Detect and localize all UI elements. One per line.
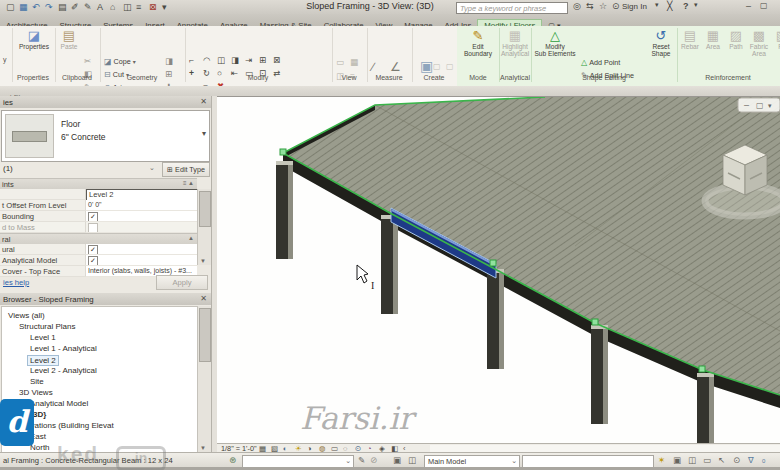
restore-button[interactable]: ▢	[760, 1, 768, 10]
tag-icon[interactable]: ✎	[84, 1, 92, 13]
print-icon[interactable]: ▤	[58, 1, 67, 13]
help-search-input[interactable]: Type a keyword or phrase	[456, 2, 568, 14]
reinforcement-rebar-button[interactable]: ▤Rebar	[679, 28, 701, 50]
property-checkbox[interactable]: ✓	[88, 245, 98, 255]
type-selector[interactable]: Floor 6" Concrete ▾	[1, 110, 210, 162]
help-icon[interactable]: ?	[683, 1, 689, 11]
reinforcement-path-button[interactable]: ▨Path	[725, 28, 747, 50]
reinforcement-fa-button[interactable]: ▧Fa	[771, 28, 780, 50]
secondary-combobox[interactable]	[522, 455, 654, 468]
signin-dropdown-icon[interactable]: ▾	[655, 1, 659, 9]
drawing-area[interactable]: – ▢ ▾ I	[217, 96, 780, 444]
property-checkbox[interactable]: ✓	[88, 212, 98, 222]
property-value[interactable]	[85, 222, 197, 233]
tree-item-site[interactable]: Site	[30, 377, 44, 386]
editable-only-icon[interactable]: ▣	[673, 455, 681, 465]
project-browser-header[interactable]: Browser - Sloped Framing ✕	[0, 293, 211, 305]
panel-label-geometry[interactable]: Geometry	[127, 74, 158, 81]
minimize-button[interactable]: –	[746, 1, 751, 11]
properties-help-link[interactable]: ies help	[3, 278, 29, 287]
editable-icon[interactable]: ✎	[358, 455, 365, 465]
property-value[interactable]: 0' 0"	[85, 200, 197, 211]
property-checkbox[interactable]: ✓	[88, 256, 98, 266]
thin-lines-icon[interactable]: ≡	[136, 1, 141, 13]
tree-item-level-2-analytical[interactable]: Level 2 - Analytical	[30, 366, 97, 375]
worksharing-display-icon[interactable]: ✶	[658, 455, 665, 465]
modify-tool-icon-0-5[interactable]: ⊞	[259, 55, 266, 65]
create-tool-icon-2[interactable]: ▢	[446, 62, 454, 71]
geometry-cut-button[interactable]: ⊟Cut ▾	[104, 70, 129, 79]
shape-add-point-button[interactable]: △Add Point	[581, 58, 620, 67]
measure-tool-icon-1[interactable]: ∠	[390, 60, 401, 74]
active-option-icon[interactable]: ◫	[408, 455, 416, 465]
create-tool-icon-0[interactable]: ▣	[420, 58, 433, 74]
edit-boundary-button[interactable]: ✎ Edit Boundary	[459, 28, 497, 58]
qat-dropdown-icon[interactable]: ▾	[162, 1, 167, 13]
help-dropdown-icon[interactable]: ▾	[694, 1, 698, 9]
panel-label-create[interactable]: Create	[423, 74, 444, 81]
snap-icon[interactable]: ⊙	[733, 455, 740, 465]
browser-close-icon[interactable]: ✕	[200, 294, 207, 303]
properties-close-icon[interactable]: ✕	[200, 97, 207, 106]
clipboard-icon-0[interactable]: ✂	[84, 56, 91, 66]
tree-item-level-2[interactable]: Level 2	[27, 355, 59, 366]
panel-label-modify[interactable]: Modify	[248, 74, 269, 81]
tree-item-structural-plans[interactable]: Structural Plans	[19, 322, 75, 331]
property-value[interactable]: ✓	[85, 255, 197, 266]
geometry-right-icon-1[interactable]: ⊞	[165, 69, 172, 79]
a360-icon[interactable]: ╳	[667, 1, 672, 11]
redo-icon[interactable]: ↷	[45, 1, 53, 13]
reinforcement-fabric-area-button[interactable]: ▩Fabric Area	[748, 28, 770, 58]
requests-icon[interactable]: ⊘	[370, 455, 377, 465]
properties-palette-header[interactable]: ies ✕	[0, 96, 211, 108]
section-icon[interactable]: ◫	[123, 1, 132, 13]
workset-combobox[interactable]: ⌄	[242, 455, 354, 468]
exclude-options-icon[interactable]: ◫	[688, 455, 696, 465]
sign-in-button[interactable]: Sign In	[622, 2, 647, 11]
modify-tool-icon-0-3[interactable]: ◨	[231, 55, 239, 65]
type-selector-dropdown-icon[interactable]: ▾	[202, 129, 206, 138]
modify-tool-icon-0-1[interactable]: ◠	[203, 55, 210, 65]
reset-shape-button[interactable]: ↺ Reset Shape	[646, 28, 676, 58]
geometry-cope-button[interactable]: ◪Cope ▾	[104, 57, 136, 66]
panel-label-reinforcement[interactable]: Reinforcement	[705, 74, 751, 81]
signin-person-icon[interactable]: ⊙	[612, 1, 620, 11]
undo-icon[interactable]: ↶	[32, 1, 40, 13]
favorites-icon[interactable]: ☆	[599, 1, 607, 11]
properties-scrollbar[interactable]: ▼	[197, 189, 211, 265]
property-value[interactable]: ✓	[85, 244, 197, 255]
modify-tool-icon-0-0[interactable]: ⌐	[189, 55, 194, 65]
modify-sub-elements-button[interactable]: △ Modify Sub Elements	[533, 28, 577, 58]
measure-tool-icon-0[interactable]: ∕	[372, 60, 374, 74]
modify-button-sliver[interactable]: y	[3, 56, 7, 63]
modify-tool-icon-0-6[interactable]: ⊠	[273, 55, 280, 65]
create-tool-icon-1[interactable]: ▢	[433, 62, 441, 71]
paste-button[interactable]: ▤ Paste	[57, 28, 81, 50]
properties-palette-button[interactable]: ◪ Properties	[16, 28, 52, 50]
tree-item-analytical-model[interactable]: Analytical Model	[30, 399, 88, 408]
tree-item-level-1[interactable]: Level 1	[30, 333, 56, 342]
view-tool-icon-1[interactable]: ▦	[350, 57, 358, 67]
property-value[interactable]: ✓	[85, 211, 197, 222]
highlight-analytical-button[interactable]: ▦ Highlight Analytical	[500, 28, 530, 58]
exchange-apps-icon[interactable]: ⇆	[586, 1, 594, 11]
view-tool-icon-0[interactable]: ▭	[336, 57, 344, 67]
modify-tool-icon-1-1[interactable]: ↻	[203, 68, 210, 78]
property-checkbox[interactable]	[88, 223, 98, 233]
modify-tool-icon-1-6[interactable]: ⇄	[273, 68, 280, 78]
modify-tool-icon-1-3[interactable]: ⇤	[231, 68, 238, 78]
modify-tool-icon-0-4[interactable]: ⇥	[245, 55, 252, 65]
modify-icon[interactable]: ✐	[71, 1, 79, 13]
edit-type-button[interactable]: ⊞ Edit Type	[162, 162, 210, 177]
save-icon[interactable]: ▦	[19, 1, 28, 13]
press-drag-icon[interactable]: ▭	[703, 455, 711, 465]
panel-label-mode[interactable]: Mode	[469, 74, 487, 81]
panel-label-analytical[interactable]: Analytical	[500, 74, 530, 81]
geometry-right-icon-0[interactable]: ◨	[165, 56, 173, 66]
reinforcement-area-button[interactable]: ▦Area	[702, 28, 724, 50]
tree-item-level-1-analytical[interactable]: Level 1 - Analytical	[30, 344, 97, 353]
worksets-icon[interactable]: ⊛	[229, 455, 236, 465]
modify-tool-icon-1-0[interactable]: +	[189, 68, 194, 78]
modify-tool-icon-0-2[interactable]: ◫	[217, 55, 225, 65]
tree-item-views-all-[interactable]: Views (all)	[8, 311, 45, 320]
